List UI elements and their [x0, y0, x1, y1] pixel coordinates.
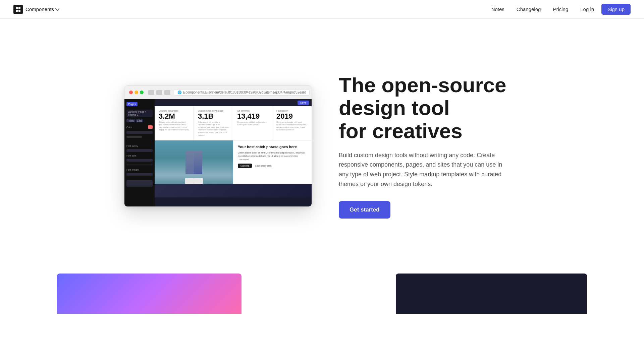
hero-text: The open-source design tool for creative… — [339, 74, 520, 219]
sidebar-action-bar: Rows Cols — [126, 119, 153, 122]
bottom-card-spacer — [241, 274, 396, 314]
jeans-figure — [185, 150, 202, 184]
bottom-preview-strip — [155, 184, 312, 197]
hero-section: 🌐 a.components.ai/system/default/180130/… — [0, 19, 644, 274]
svg-rect-2 — [16, 10, 18, 12]
nav-link-changelog[interactable]: Changelog — [512, 4, 546, 14]
stats-bar: Designs generated 3.2M Quis ut enim ad m… — [155, 106, 312, 140]
dot-close[interactable] — [129, 90, 133, 94]
sidebar-field-group: Color — [126, 125, 153, 129]
bottom-card-gradient — [57, 274, 241, 314]
svg-rect-1 — [18, 7, 20, 9]
stat-value-3: 2019 — [276, 113, 308, 120]
nav-left: Components — [13, 5, 59, 14]
hero-card-title: Your best catch phrase goes here — [238, 144, 307, 149]
stat-label-2: Git commits — [237, 110, 268, 112]
bottom-cards — [0, 274, 644, 314]
hero-heading-line3: for creatives — [339, 119, 463, 142]
hero-card: Your best catch phrase goes here Lorem i… — [155, 140, 312, 184]
login-button[interactable]: Log in — [576, 4, 599, 14]
editor-bottom-preview — [155, 184, 312, 197]
sidebar-active-page[interactable]: Landing Page > Theme 2 — [126, 110, 153, 117]
hero-heading-line2: design tool — [339, 96, 450, 119]
hero-card-text: Your best catch phrase goes here Lorem i… — [233, 140, 312, 184]
field-font-size-2[interactable] — [126, 159, 153, 162]
browser-mockup: 🌐 a.components.ai/system/default/180130/… — [124, 85, 312, 207]
back-button[interactable] — [148, 90, 154, 95]
svg-rect-0 — [16, 7, 18, 9]
stat-value-0: 3.2M — [159, 113, 190, 120]
globe-icon: 🌐 — [177, 90, 181, 94]
sidebar-color-picker[interactable] — [126, 180, 153, 187]
logo[interactable] — [13, 5, 23, 14]
navbar: Components Notes Changelog Pricing Log i… — [0, 0, 644, 19]
hero-heading: The open-source design tool for creative… — [339, 74, 520, 142]
stat-label-3: Founded in — [276, 110, 308, 112]
save-button[interactable]: Save — [298, 101, 309, 105]
editor-mockup: Pages Landing Page > Theme 2 Rows Cols C… — [124, 99, 312, 206]
hero-btn-primary[interactable]: Main cta — [238, 164, 252, 168]
url-bar[interactable]: 🌐 a.components.ai/system/default/180130/… — [174, 89, 310, 96]
stat-desc-0: Quis ut enim ad minim veniam, quis nostr… — [159, 121, 190, 131]
dot-maximize[interactable] — [140, 90, 144, 94]
editor-header-bar: Save — [155, 99, 312, 106]
field-label-size: Font size — [126, 155, 153, 157]
hero-description: Build custom design tools without writin… — [339, 150, 506, 189]
hero-card-buttons: Main cta Secondary click — [238, 164, 307, 168]
hero-card-image-inner — [155, 140, 233, 184]
stat-cell-2: Git commits 13,419 Consectetur, ut illum… — [233, 106, 272, 140]
refresh-button[interactable] — [164, 90, 170, 95]
sidebar-item-1 — [126, 136, 142, 138]
browser-chrome: 🌐 a.components.ai/system/default/180130/… — [124, 86, 312, 99]
field-label-font: Font family — [126, 145, 153, 147]
stat-value-2: 13,419 — [237, 113, 268, 120]
logo-icon — [15, 7, 21, 12]
browser-dots — [129, 90, 144, 94]
signup-button[interactable]: Sign up — [601, 4, 631, 15]
nav-link-pricing[interactable]: Pricing — [548, 4, 573, 14]
stat-cell-0: Designs generated 3.2M Quis ut enim ad m… — [155, 106, 194, 140]
nav-right: Notes Changelog Pricing Log in Sign up — [487, 4, 631, 15]
bottom-card-dark — [396, 274, 587, 314]
stat-desc-1: Quis autem vel eum iure reprehenderit in… — [198, 121, 229, 137]
stat-label-1: Open source downloads — [198, 110, 229, 112]
sidebar-action-1[interactable]: Rows — [126, 119, 135, 122]
sidebar-divider — [126, 141, 153, 141]
sidebar-tab-pages[interactable]: Pages — [126, 102, 138, 106]
field-font-weight[interactable] — [126, 173, 153, 176]
editor-content: Designs generated 3.2M Quis ut enim ad m… — [155, 106, 312, 184]
svg-rect-3 — [18, 10, 20, 12]
hero-card-image — [155, 140, 233, 184]
stat-cell-1: Open source downloads 3.1B Quis autem ve… — [194, 106, 233, 140]
editor-main: Save Designs generated 3.2M Quis ut enim… — [155, 99, 312, 206]
sidebar-tabs: Pages — [126, 102, 153, 106]
stat-cell-3: Founded in 2019 Qui in ea voluptate veli… — [272, 106, 312, 140]
hero-heading-line1: The open-source — [339, 73, 506, 97]
sidebar-action-2[interactable]: Cols — [136, 119, 143, 122]
field-label-weight: Font weight — [126, 169, 153, 171]
hero-btn-secondary[interactable]: Secondary click — [254, 164, 272, 168]
nav-link-notes[interactable]: Notes — [487, 4, 509, 14]
field-font-size[interactable] — [126, 131, 153, 134]
sidebar-divider-2 — [126, 165, 153, 165]
hero-card-body: Lorem ipsum dolor sit amet, consectetur … — [238, 151, 307, 161]
browser-controls — [148, 90, 170, 95]
product-image — [155, 140, 233, 184]
chevron-down-icon — [55, 7, 59, 11]
brand-name[interactable]: Components — [25, 6, 59, 12]
forward-button[interactable] — [156, 90, 162, 95]
dot-minimize[interactable] — [135, 90, 138, 94]
page-content: 🌐 a.components.ai/system/default/180130/… — [0, 0, 644, 314]
stat-value-1: 3.1B — [198, 113, 229, 120]
editor-sidebar: Pages Landing Page > Theme 2 Rows Cols C… — [124, 99, 155, 206]
hero-cta-button[interactable]: Get started — [339, 201, 390, 219]
stat-label-0: Designs generated — [159, 110, 190, 112]
color-swatch[interactable] — [148, 125, 153, 129]
stat-desc-3: Qui in ea voluptate velit esse quam nihi… — [276, 121, 308, 131]
field-label-color: Color — [126, 126, 132, 128]
url-text: a.components.ai/system/default/180130/38… — [183, 90, 306, 94]
field-font-family[interactable] — [126, 149, 153, 152]
stat-desc-2: Consectetur, ut illum qut dolorum eum fu… — [237, 121, 268, 126]
